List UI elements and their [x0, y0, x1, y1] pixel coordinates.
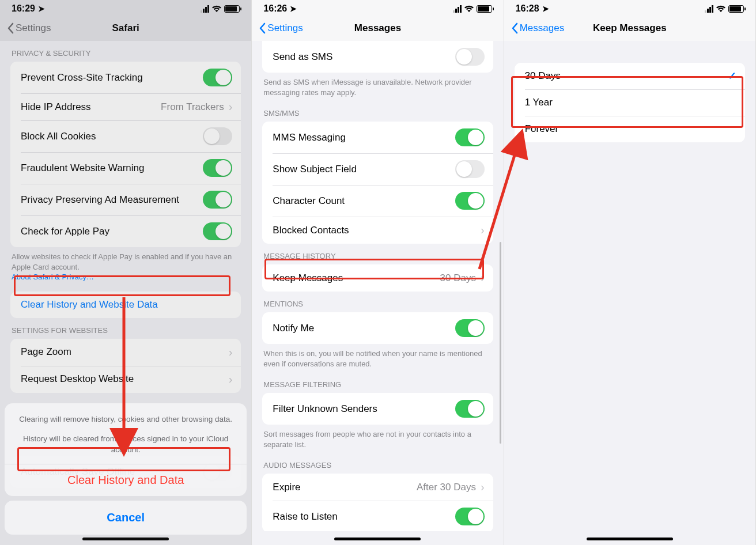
- chevron-left-icon: [7, 22, 14, 34]
- section-header-sms: SMS/MMS: [252, 101, 503, 122]
- sheet-message-line1: Clearing will remove history, cookies an…: [17, 414, 234, 425]
- section-header-history: MESSAGE HISTORY: [252, 244, 503, 264]
- back-label: Settings: [267, 22, 303, 34]
- page-title: Messages: [354, 22, 401, 34]
- row-send-sms[interactable]: Send as SMS: [262, 41, 493, 73]
- row-keep-messages[interactable]: Keep Messages 30 Days ›: [262, 264, 493, 292]
- status-time: 16:29: [12, 3, 35, 14]
- toggle-char-count[interactable]: [455, 192, 485, 210]
- row-label: Character Count: [273, 195, 345, 207]
- row-value: After 30 Days: [417, 482, 476, 493]
- chevron-right-icon: ›: [229, 346, 233, 359]
- row-notify-me[interactable]: Notify Me: [262, 312, 493, 344]
- row-label: Notify Me: [273, 323, 314, 334]
- location-arrow-icon: ➤: [542, 4, 549, 13]
- option-1-year[interactable]: 1 Year: [515, 89, 745, 116]
- battery-icon: [477, 5, 492, 13]
- sheet-message: Clearing will remove history, cookies an…: [5, 403, 247, 464]
- toggle-ad-measurement[interactable]: [203, 191, 232, 209]
- toggle-mms[interactable]: [455, 128, 485, 146]
- privacy-learn-more-link[interactable]: About Safari & Privacy…: [12, 272, 94, 281]
- cell-signal-icon: [453, 5, 462, 13]
- toggle-raise[interactable]: [455, 508, 485, 525]
- row-label: Raise to Listen: [273, 511, 337, 523]
- status-bar: 16:29 ➤: [0, 0, 251, 17]
- battery-icon: [224, 5, 240, 13]
- nav-bar: Settings Safari: [0, 17, 251, 41]
- page-title: Safari: [112, 22, 139, 34]
- back-button[interactable]: Messages: [511, 22, 564, 34]
- row-expire[interactable]: Expire After 30 Days ›: [262, 474, 493, 501]
- row-label: Page Zoom: [21, 346, 71, 358]
- row-label: 1 Year: [525, 97, 553, 108]
- row-value: From Trackers: [161, 101, 224, 113]
- toggle-filter-unknown[interactable]: [455, 400, 485, 418]
- checkmark-icon: ✓: [728, 70, 736, 82]
- row-label: Blocked Contacts: [273, 225, 349, 236]
- location-arrow-icon: ➤: [290, 4, 297, 13]
- back-button[interactable]: Settings: [259, 22, 303, 34]
- row-label: MMS Messaging: [273, 132, 346, 143]
- chevron-right-icon: ›: [229, 100, 233, 113]
- row-label: Fraudulent Website Warning: [21, 162, 145, 174]
- filter-footer: Sort messages from people who are not in…: [252, 425, 503, 453]
- row-char-count[interactable]: Character Count: [262, 185, 493, 217]
- sheet-cancel-button[interactable]: Cancel: [5, 501, 247, 535]
- row-fraud-warning[interactable]: Fraudulent Website Warning: [10, 152, 241, 184]
- row-label: Block All Cookies: [21, 131, 96, 142]
- row-block-cookies[interactable]: Block All Cookies: [10, 120, 241, 152]
- option-forever[interactable]: Forever: [515, 116, 745, 142]
- back-label: Messages: [520, 22, 564, 34]
- row-label: Forever: [525, 123, 559, 135]
- row-label: 30 Days: [525, 70, 561, 82]
- row-page-zoom[interactable]: Page Zoom ›: [10, 339, 241, 366]
- chevron-left-icon: [511, 22, 518, 34]
- toggle-notify-me[interactable]: [455, 319, 485, 337]
- cell-signal-icon: [201, 5, 209, 13]
- status-time: 16:28: [516, 3, 539, 14]
- row-request-desktop[interactable]: Request Desktop Website ›: [10, 366, 241, 393]
- status-bar: 16:26 ➤: [252, 0, 503, 17]
- nav-bar: Settings Messages: [252, 17, 503, 41]
- row-raise-to-listen[interactable]: Raise to Listen: [262, 501, 493, 531]
- row-label: Request Desktop Website: [21, 373, 134, 385]
- row-label: Filter Unknown Senders: [273, 403, 377, 415]
- toggle-fraud-warning[interactable]: [203, 159, 232, 177]
- wifi-icon: [716, 5, 726, 13]
- section-header-privacy: PRIVACY & SECURITY: [0, 41, 251, 62]
- home-indicator[interactable]: [587, 538, 673, 540]
- option-30-days[interactable]: 30 Days ✓: [515, 63, 745, 89]
- row-label: Send as SMS: [273, 51, 332, 63]
- cell-signal-icon: [705, 5, 713, 13]
- toggle-apple-pay[interactable]: [203, 222, 232, 240]
- row-apple-pay[interactable]: Check for Apple Pay: [10, 215, 241, 247]
- scroll-indicator[interactable]: [500, 242, 501, 444]
- status-time: 16:26: [263, 3, 287, 14]
- sheet-clear-button[interactable]: Clear History and Data: [5, 464, 247, 496]
- row-prevent-tracking[interactable]: Prevent Cross-Site Tracking: [10, 62, 241, 93]
- row-subject[interactable]: Show Subject Field: [262, 153, 493, 185]
- battery-icon: [728, 5, 744, 13]
- chevron-left-icon: [259, 22, 266, 34]
- clear-history-link: Clear History and Website Data: [21, 299, 158, 311]
- toggle-subject[interactable]: [455, 160, 485, 178]
- section-header-audio: AUDIO MESSAGES: [252, 453, 503, 474]
- row-clear-history[interactable]: Clear History and Website Data: [10, 292, 241, 318]
- wifi-icon: [464, 5, 474, 13]
- row-mms[interactable]: MMS Messaging: [262, 122, 493, 153]
- row-ad-measurement[interactable]: Privacy Preserving Ad Measurement: [10, 184, 241, 215]
- row-label: Check for Apple Pay: [21, 226, 109, 237]
- toggle-send-sms[interactable]: [455, 48, 485, 66]
- chevron-right-icon: ›: [229, 373, 233, 386]
- chevron-right-icon: ›: [481, 271, 485, 285]
- privacy-footer: Allow websites to check if Apple Pay is …: [0, 247, 251, 286]
- toggle-block-cookies[interactable]: [203, 127, 232, 145]
- row-blocked-contacts[interactable]: Blocked Contacts ›: [262, 217, 493, 244]
- back-button[interactable]: Settings: [7, 22, 51, 34]
- home-indicator[interactable]: [334, 538, 421, 540]
- section-header-mentions: MENTIONS: [252, 292, 503, 312]
- row-hide-ip[interactable]: Hide IP Address From Trackers ›: [10, 93, 241, 120]
- toggle-prevent-tracking[interactable]: [203, 69, 232, 86]
- wifi-icon: [211, 5, 222, 13]
- row-filter-unknown[interactable]: Filter Unknown Senders: [262, 393, 493, 425]
